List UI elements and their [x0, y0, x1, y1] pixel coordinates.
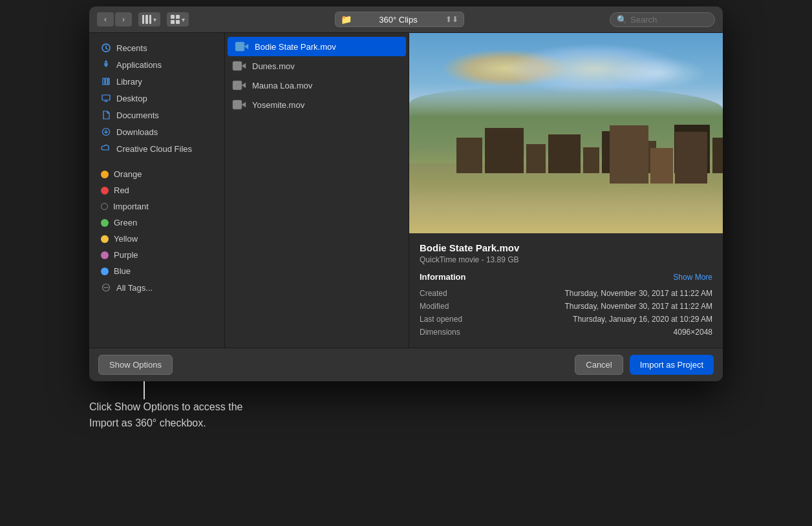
callout-area: Click Show Options to access the Import … [89, 381, 723, 432]
sidebar-tag-label: Important [113, 202, 149, 211]
search-input[interactable] [630, 15, 708, 25]
table-row: Dimensions 4096×2048 [420, 326, 712, 339]
sidebar-tag-label: Red [114, 185, 129, 195]
rocket-icon [101, 59, 111, 70]
svg-marker-12 [244, 44, 248, 49]
file-item-name: Yosemite.mov [252, 100, 304, 110]
sidebar-item-purple[interactable]: Purple [92, 247, 222, 263]
orange-dot [101, 171, 109, 178]
show-options-button[interactable]: Show Options [98, 355, 173, 375]
file-item-name: Dunes.mov [252, 61, 295, 71]
cloud-icon [101, 143, 111, 154]
open-dialog: ‹ › ▾ ▾ 📁 360° Clips ⬆⬇ [89, 6, 723, 381]
footer-right: Cancel Import as Project [575, 355, 714, 375]
grid-view-icon [171, 15, 180, 24]
info-value: Thursday, January 16, 2020 at 10:29 AM [497, 313, 712, 326]
callout-text: Click Show Options to access the Import … [89, 399, 270, 432]
sidebar-item-recents[interactable]: Recents [92, 39, 222, 56]
blue-dot [101, 268, 109, 275]
svg-rect-13 [233, 61, 242, 70]
file-video-icon [231, 79, 247, 91]
callout-line [144, 381, 145, 399]
forward-button[interactable]: › [115, 12, 132, 26]
download-icon [101, 127, 111, 137]
sidebar-item-label: Documents [116, 110, 159, 120]
grid-view-button[interactable]: ▾ [167, 12, 189, 26]
sidebar-item-label: Applications [116, 60, 162, 70]
sidebar-item-creative-cloud[interactable]: Creative Cloud Files [92, 140, 222, 157]
info-value: Thursday, November 30, 2017 at 11:22 AM [497, 287, 712, 300]
sidebar-item-label: Library [116, 77, 142, 87]
info-key: Modified [420, 300, 497, 313]
table-row: Last opened Thursday, January 16, 2020 a… [420, 313, 712, 326]
cancel-button[interactable]: Cancel [575, 355, 623, 375]
sidebar-item-library[interactable]: Library [92, 73, 222, 90]
svg-point-9 [105, 287, 107, 288]
sidebar-item-applications[interactable]: Applications [92, 56, 222, 73]
sidebar-item-all-tags[interactable]: All Tags... [92, 279, 222, 296]
sidebar-item-orange[interactable]: Orange [92, 166, 222, 182]
svg-rect-2 [103, 78, 105, 85]
books-icon [101, 76, 111, 87]
svg-rect-15 [233, 81, 242, 90]
info-value: Thursday, November 30, 2017 at 11:22 AM [497, 300, 712, 313]
sidebar-item-red[interactable]: Red [92, 182, 222, 198]
info-section-header: Information Show More [420, 272, 712, 282]
sidebar-item-important[interactable]: Important [92, 198, 222, 215]
column-view-button[interactable]: ▾ [138, 12, 160, 26]
file-item-bodie[interactable]: Bodie State Park.mov [228, 37, 406, 56]
sidebar-item-documents[interactable]: Documents [92, 107, 222, 123]
sidebar-tag-label: Orange [114, 169, 142, 179]
svg-point-8 [104, 287, 105, 288]
svg-rect-4 [108, 78, 109, 85]
svg-rect-5 [102, 95, 110, 100]
sidebar-item-label: Creative Cloud Files [116, 144, 192, 154]
footer: Show Options Cancel Import as Project [89, 348, 723, 381]
info-table: Created Thursday, November 30, 2017 at 1… [420, 287, 712, 339]
sidebar-item-label: Desktop [116, 94, 147, 103]
sidebar-tag-label: Purple [114, 250, 138, 260]
preview-filename: Bodie State Park.mov [420, 242, 712, 253]
sidebar-item-label: Recents [116, 43, 147, 53]
main-content: Recents Applications [89, 33, 723, 348]
svg-rect-3 [105, 78, 107, 85]
search-icon: 🔍 [617, 15, 627, 25]
important-dot [101, 203, 108, 210]
file-video-icon [231, 60, 247, 72]
info-key: Created [420, 287, 497, 300]
file-info: Bodie State Park.mov QuickTime movie - 1… [409, 233, 723, 348]
location-dropdown[interactable]: 📁 360° Clips ⬆⬇ [335, 12, 464, 27]
file-item-name: Mauna Loa.mov [252, 81, 312, 90]
sidebar-item-desktop[interactable]: Desktop [92, 90, 222, 107]
dialog-container: ‹ › ▾ ▾ 📁 360° Clips ⬆⬇ [0, 0, 812, 526]
info-value: 4096×2048 [497, 326, 712, 339]
preview-image [409, 33, 723, 233]
clock-icon [101, 43, 111, 53]
info-header-label: Information [420, 272, 466, 282]
yellow-dot [101, 235, 109, 243]
sidebar-item-downloads[interactable]: Downloads [92, 123, 222, 140]
footer-left: Show Options [98, 355, 173, 375]
svg-point-1 [105, 63, 107, 65]
table-row: Created Thursday, November 30, 2017 at 1… [420, 287, 712, 300]
all-tags-icon [101, 282, 111, 293]
file-item-dunes[interactable]: Dunes.mov [225, 56, 409, 76]
file-item-maunaloa[interactable]: Mauna Loa.mov [225, 76, 409, 95]
file-video-icon [231, 99, 247, 110]
file-list: Bodie State Park.mov Dunes.mov [225, 33, 409, 348]
sidebar-item-blue[interactable]: Blue [92, 263, 222, 279]
nav-buttons: ‹ › [97, 12, 132, 26]
svg-rect-11 [235, 42, 244, 51]
file-item-yosemite[interactable]: Yosemite.mov [225, 95, 409, 114]
sidebar-item-yellow[interactable]: Yellow [92, 231, 222, 247]
table-row: Modified Thursday, November 30, 2017 at … [420, 300, 712, 313]
show-more-link[interactable]: Show More [673, 273, 712, 282]
back-button[interactable]: ‹ [97, 12, 114, 26]
sidebar: Recents Applications [89, 33, 225, 348]
sidebar-item-green[interactable]: Green [92, 215, 222, 231]
info-key: Dimensions [420, 326, 497, 339]
import-button[interactable]: Import as Project [630, 355, 714, 375]
toolbar: ‹ › ▾ ▾ 📁 360° Clips ⬆⬇ [89, 6, 723, 33]
sidebar-tag-label: Yellow [114, 234, 138, 244]
preview-filetype: QuickTime movie - 13.89 GB [420, 255, 712, 264]
